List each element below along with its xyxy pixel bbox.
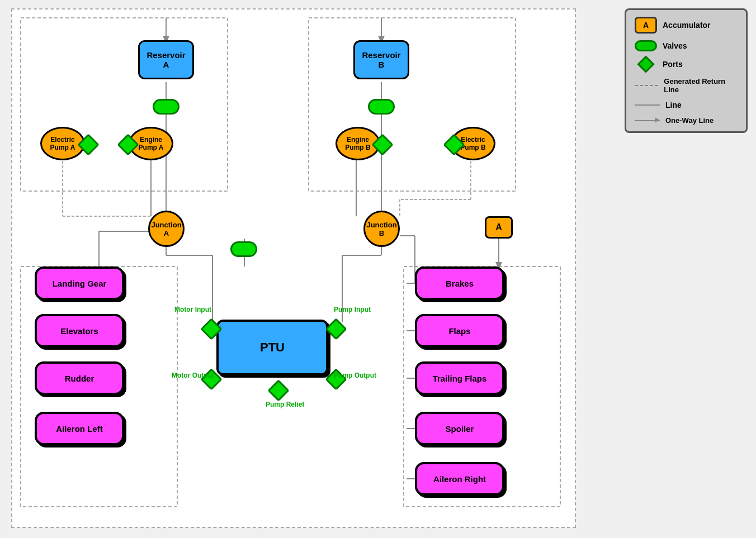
legend-gen-return-icon bbox=[635, 85, 658, 86]
legend-ports: Ports bbox=[635, 58, 738, 70]
svg-rect-1 bbox=[309, 18, 516, 191]
legend-valves-label: Valves bbox=[663, 41, 687, 50]
reservoir-b: Reservoir B bbox=[353, 40, 409, 79]
legend-line-icon bbox=[635, 104, 660, 106]
accumulator-a: A bbox=[485, 216, 513, 239]
legend-oneway-icon bbox=[635, 120, 660, 121]
rudder: Rudder bbox=[35, 361, 124, 395]
elevators: Elevators bbox=[35, 314, 124, 347]
valve-b bbox=[368, 99, 395, 115]
flaps: Flaps bbox=[415, 314, 504, 347]
legend-oneway-label: One-Way Line bbox=[665, 116, 714, 125]
legend-accumulator: A Accumulator bbox=[635, 17, 738, 34]
pump-input-label: Pump Input bbox=[334, 306, 371, 313]
legend-port-icon bbox=[637, 55, 654, 73]
legend-valves: Valves bbox=[635, 40, 738, 51]
motor-input-label: Motor Input bbox=[174, 306, 211, 313]
spoiler: Spoiler bbox=[415, 412, 504, 445]
ptu: PTU bbox=[216, 320, 328, 375]
port-pump-relief bbox=[267, 379, 290, 402]
landing-gear: Landing Gear bbox=[35, 266, 124, 300]
legend-oneway: One-Way Line bbox=[635, 116, 738, 125]
valve-a bbox=[153, 99, 179, 115]
aileron-right: Aileron Right bbox=[415, 462, 504, 496]
junction-b: Junction B bbox=[363, 211, 400, 247]
reservoir-a: Reservoir A bbox=[138, 40, 194, 79]
legend-gen-return-label: Generated Return Line bbox=[664, 77, 738, 94]
legend-line-label: Line bbox=[665, 101, 682, 109]
pump-output-label: Pump Output bbox=[334, 372, 376, 379]
legend: A Accumulator Valves Ports Generated Ret… bbox=[625, 8, 748, 133]
junction-a: Junction A bbox=[148, 211, 185, 247]
legend-line: Line bbox=[635, 101, 738, 109]
legend-ports-label: Ports bbox=[663, 60, 683, 69]
aileron-left: Aileron Left bbox=[35, 412, 124, 445]
legend-accumulator-icon: A bbox=[635, 17, 657, 34]
legend-gen-return: Generated Return Line bbox=[635, 77, 738, 94]
svg-rect-0 bbox=[21, 18, 228, 191]
brakes: Brakes bbox=[415, 266, 504, 300]
trailing-flaps: Trailing Flaps bbox=[415, 361, 504, 395]
port-pump-input bbox=[325, 318, 347, 340]
legend-accumulator-label: Accumulator bbox=[663, 21, 711, 30]
pump-relief-label: Pump Relief bbox=[266, 401, 304, 408]
motor-output-label: Motor Output bbox=[172, 372, 214, 379]
legend-valve-icon bbox=[635, 40, 657, 51]
valve-ptu bbox=[230, 241, 257, 257]
